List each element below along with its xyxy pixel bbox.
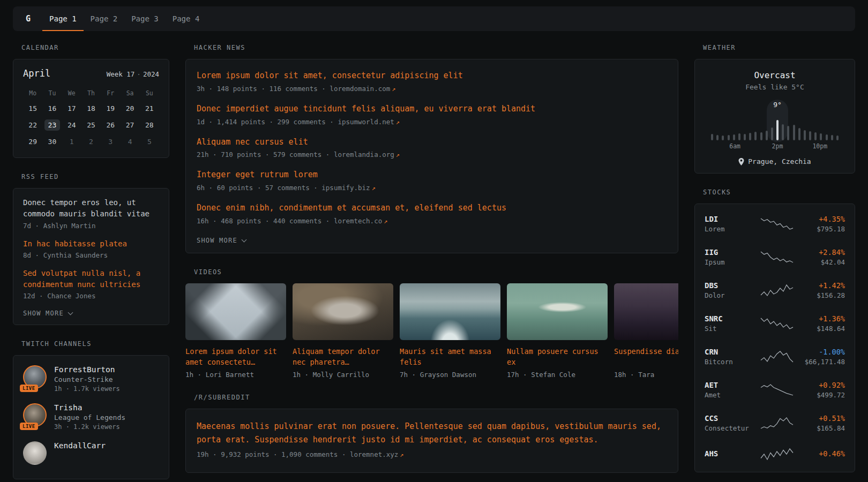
- stock-symbol[interactable]: CRN: [705, 348, 756, 356]
- calendar-day-cell: 21: [140, 100, 159, 117]
- stocks-card: LDI Lorem +4.35% $795.18: [694, 204, 855, 472]
- weather-bar: [744, 134, 746, 140]
- calendar-day-cell: 22: [23, 117, 42, 133]
- hackernews-show-more-label: SHOW MORE: [197, 237, 237, 244]
- video-thumbnail[interactable]: [185, 283, 286, 340]
- stock-row[interactable]: CCS Consectetur +0.51% $165.84: [705, 406, 845, 440]
- calendar-day-cell: 30: [42, 133, 62, 150]
- stock-price: $148.64: [798, 325, 845, 333]
- hackernews-item-domain-link[interactable]: ipsumworld.net: [338, 118, 394, 126]
- weather-bar: [766, 131, 768, 140]
- hackernews-item-title[interactable]: Aliquam nec cursus elit: [197, 137, 667, 148]
- video-title[interactable]: Lorem ipsum dolor sit amet consectetu…: [185, 346, 286, 368]
- stock-row[interactable]: AET Amet +0.92% $499.72: [705, 373, 845, 406]
- videos-widget-title: VIDEOS: [194, 268, 678, 276]
- rss-item-title[interactable]: Donec tempor eros leo, ut commodo mauris…: [23, 197, 159, 220]
- hackernews-item-title[interactable]: Donec imperdiet augue tincidunt felis al…: [197, 103, 667, 115]
- stock-sparkline-wrap: [756, 447, 798, 461]
- stock-price: $795.18: [798, 225, 845, 233]
- subreddit-post-stats: 19h · 9,932 points · 1,090 comments ·: [197, 450, 346, 458]
- avatar: [23, 441, 47, 465]
- video-card[interactable]: Suspendisse diam 18h · Tara: [614, 283, 678, 379]
- video-card[interactable]: Mauris sit amet massa felis 7h · Grayson…: [400, 283, 500, 379]
- calendar-day-cell: 17: [62, 100, 81, 117]
- calendar-day-number: 21: [141, 103, 158, 114]
- rss-item[interactable]: Sed volutpat nulla nisl, a condimentum n…: [23, 268, 159, 300]
- weather-bar: [814, 132, 817, 140]
- external-link-icon[interactable]: ↗: [396, 118, 400, 126]
- twitch-channel-row[interactable]: LIVE Trisha League of Legends 3h · 1.2k …: [23, 403, 159, 431]
- external-link-icon[interactable]: ↗: [392, 85, 395, 93]
- subreddit-post-title[interactable]: Maecenas mollis pulvinar erat non posuer…: [197, 420, 667, 447]
- stock-row[interactable]: LDI Lorem +4.35% $795.18: [705, 207, 845, 240]
- twitch-channel-row[interactable]: LIVE KendallCarr: [23, 441, 159, 465]
- twitch-channel-meta: 1h · 1.7k viewers: [54, 385, 120, 393]
- nav-tab[interactable]: Page 3: [124, 6, 166, 31]
- external-link-icon[interactable]: ↗: [384, 217, 387, 225]
- video-title[interactable]: Suspendisse diam: [614, 346, 678, 367]
- left-column: CALENDAR April Week 17·2024 Mo Tu: [13, 44, 169, 482]
- sparkline-chart: [760, 317, 794, 330]
- stock-row[interactable]: AHS +0.46%: [705, 440, 845, 469]
- external-link-icon[interactable]: ↗: [400, 451, 403, 458]
- stock-symbol[interactable]: DBS: [705, 281, 756, 290]
- external-link-icon[interactable]: ↗: [372, 184, 376, 192]
- video-thumbnail[interactable]: [614, 283, 678, 340]
- hackernews-widget-title: HACKER NEWS: [194, 44, 678, 51]
- stock-symbol[interactable]: CCS: [705, 414, 756, 423]
- stock-identity: SNRC Sit: [705, 314, 756, 333]
- rss-item[interactable]: In hac habitasse platea 8d · Cynthia Sau…: [23, 238, 159, 259]
- stock-identity: IIG Ipsum: [705, 248, 756, 266]
- stock-row[interactable]: SNRC Sit +1.36% $148.64: [705, 307, 845, 340]
- rss-item-title[interactable]: Sed volutpat nulla nisl, a condimentum n…: [23, 268, 159, 291]
- hackernews-item-meta: 1d · 1,414 points · 299 comments · ipsum…: [197, 118, 667, 126]
- hackernews-item-domain-link[interactable]: loremdomain.com: [330, 85, 390, 93]
- video-card[interactable]: Nullam posuere cursus ex 17h · Stefan Co…: [507, 283, 608, 379]
- twitch-channel-name[interactable]: KendallCarr: [54, 441, 106, 450]
- weather-bar: [831, 135, 833, 140]
- stock-symbol[interactable]: AET: [705, 381, 756, 389]
- hackernews-item-domain-link[interactable]: loremtech.co: [334, 217, 382, 225]
- weather-chart: 9°: [711, 100, 839, 140]
- twitch-channel-name[interactable]: ForrestBurton: [54, 365, 120, 374]
- stock-row[interactable]: IIG Ipsum +2.84% $42.04: [705, 240, 845, 274]
- video-title[interactable]: Mauris sit amet massa felis: [400, 346, 500, 368]
- stock-row[interactable]: CRN Bitcorn -1.00% $66,171.48: [705, 340, 845, 373]
- nav-tab[interactable]: Page 1: [42, 6, 84, 31]
- stock-sparkline-wrap: [756, 217, 798, 231]
- subreddit-post-domain-link[interactable]: loremnet.xyz: [350, 450, 398, 458]
- stock-change-percent: +2.84%: [798, 248, 845, 257]
- hackernews-item-domain-link[interactable]: loremlandia.org: [334, 150, 394, 159]
- rss-item-title[interactable]: In hac habitasse platea: [23, 238, 159, 250]
- rss-item[interactable]: Donec tempor eros leo, ut commodo mauris…: [23, 197, 159, 230]
- video-thumbnail[interactable]: [400, 283, 500, 340]
- video-card[interactable]: Aliquam tempor dolor nec pharetra… 1h · …: [293, 283, 393, 379]
- video-thumbnail[interactable]: [507, 283, 608, 340]
- stock-symbol[interactable]: IIG: [705, 248, 756, 257]
- stock-symbol[interactable]: AHS: [705, 449, 756, 458]
- calendar-day-cell: 3: [101, 133, 120, 150]
- video-title[interactable]: Aliquam tempor dolor nec pharetra…: [293, 346, 393, 368]
- nav-tab[interactable]: Page 4: [166, 6, 207, 31]
- stock-row[interactable]: DBS Dolor +1.42% $156.28: [705, 274, 845, 307]
- external-link-icon[interactable]: ↗: [396, 151, 400, 159]
- video-thumbnail[interactable]: [293, 283, 393, 340]
- calendar-year: 2024: [143, 70, 159, 78]
- video-card[interactable]: Lorem ipsum dolor sit amet consectetu… 1…: [185, 283, 286, 379]
- twitch-widget: TWITCH CHANNELS LIVE ForrestBurton: [13, 340, 169, 479]
- hackernews-item-domain-link[interactable]: ipsumify.biz: [321, 184, 370, 192]
- stock-symbol[interactable]: SNRC: [705, 314, 756, 323]
- calendar-day-cell: 19: [101, 100, 120, 117]
- twitch-channel-name[interactable]: Trisha: [54, 403, 125, 412]
- hackernews-item-title[interactable]: Donec enim nibh, condimentum et accumsan…: [197, 202, 667, 214]
- stock-symbol[interactable]: LDI: [705, 215, 756, 223]
- hackernews-item-title[interactable]: Lorem ipsum dolor sit amet, consectetur …: [197, 70, 667, 82]
- twitch-channel-row[interactable]: LIVE ForrestBurton Counter-Strike 1h · 1…: [23, 365, 159, 393]
- calendar-day-number: 19: [102, 103, 118, 114]
- rss-show-more-button[interactable]: SHOW MORE: [23, 310, 72, 317]
- app-logo[interactable]: G: [26, 14, 31, 24]
- hackernews-show-more-button[interactable]: SHOW MORE: [197, 237, 246, 244]
- nav-tab[interactable]: Page 2: [84, 6, 125, 31]
- hackernews-item-title[interactable]: Integer eget rutrum lorem: [197, 169, 667, 181]
- video-title[interactable]: Nullam posuere cursus ex: [507, 346, 608, 368]
